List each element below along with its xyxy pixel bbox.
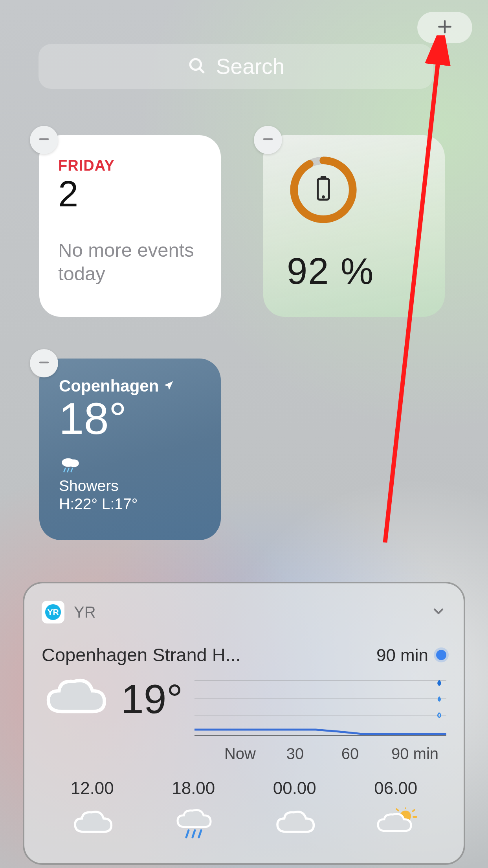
svg-line-16	[64, 468, 66, 472]
yr-hour-col: 12.00	[71, 778, 114, 840]
search-icon	[187, 56, 207, 77]
weather-location-row: Copenhagen	[59, 377, 205, 395]
remove-widget-button[interactable]	[30, 126, 58, 154]
collapse-button[interactable]	[431, 603, 446, 621]
yr-app-name: YR	[74, 603, 96, 621]
weather-temperature: 18°	[59, 396, 205, 441]
yr-hour-time: 18.00	[172, 778, 215, 798]
yr-hour-time: 06.00	[374, 778, 417, 798]
yr-hour-col: 18.00	[172, 778, 215, 840]
weather-condition: Showers	[59, 477, 205, 495]
svg-line-28	[413, 810, 415, 811]
svg-line-23	[186, 830, 189, 837]
minus-icon	[37, 132, 51, 147]
yr-xaxis-label: 30	[273, 745, 317, 763]
yr-range-label: 90 min	[376, 645, 428, 665]
cloud-icon	[42, 673, 108, 725]
calendar-events-text: No more events today	[58, 239, 202, 286]
battery-percent: 92 %	[287, 250, 429, 292]
plus-icon	[436, 18, 453, 37]
yr-xaxis-label: Now	[218, 745, 262, 763]
svg-point-12	[322, 195, 325, 199]
weather-condition-icon	[59, 455, 205, 476]
cloud-icon	[71, 807, 114, 840]
yr-xaxis-label: 90 min	[383, 745, 446, 763]
yr-app-icon: YR	[42, 601, 64, 623]
svg-line-17	[68, 468, 69, 472]
calendar-widget[interactable]: FRIDAY 2 No more events today	[39, 135, 221, 317]
yr-hour-col: 06.00	[374, 778, 417, 840]
svg-line-5	[200, 68, 204, 72]
yr-hour-col: 00.00	[273, 778, 316, 840]
yr-widget[interactable]: YR YR Copenhagen Strand H... 90 min 19°	[23, 582, 465, 865]
minus-icon	[261, 132, 275, 147]
search-placeholder: Search	[216, 54, 284, 79]
yr-hour-time: 12.00	[71, 778, 114, 798]
cloud-sun-icon	[374, 807, 417, 840]
minus-icon	[37, 356, 51, 371]
chevron-down-icon	[431, 614, 446, 620]
yr-hour-time: 00.00	[273, 778, 316, 798]
yr-precipitation-chart	[194, 673, 446, 747]
location-arrow-icon	[163, 377, 174, 395]
svg-line-25	[199, 830, 201, 837]
remove-widget-button[interactable]	[254, 126, 282, 154]
cloud-rain-icon	[172, 807, 215, 840]
weather-location: Copenhagen	[59, 377, 159, 395]
yr-live-indicator	[436, 650, 446, 660]
search-bar[interactable]: Search	[39, 44, 433, 89]
yr-xaxis-label: 60	[328, 745, 372, 763]
svg-line-30	[396, 809, 398, 811]
yr-hourly-forecast: 12.00 18.00 00.00 06.00	[42, 778, 446, 840]
cloud-icon	[273, 807, 316, 840]
battery-ring	[288, 155, 358, 225]
remove-widget-button[interactable]	[30, 349, 58, 377]
yr-location: Copenhagen Strand H...	[42, 644, 241, 666]
battery-widget[interactable]: 92 %	[263, 135, 445, 317]
svg-rect-11	[321, 176, 326, 178]
weather-high-low: H:22° L:17°	[59, 495, 205, 513]
svg-point-9	[294, 160, 353, 219]
weather-widget[interactable]: Copenhagen 18° Showers H:22° L:17°	[39, 359, 221, 540]
add-widget-button[interactable]	[417, 12, 472, 43]
calendar-day-name: FRIDAY	[58, 157, 202, 174]
yr-chart-xaxis: Now 30 60 90 min	[218, 745, 446, 763]
yr-temperature: 19°	[121, 676, 183, 723]
svg-line-18	[71, 468, 73, 472]
svg-line-24	[193, 830, 195, 837]
calendar-day-number: 2	[58, 176, 202, 212]
svg-point-15	[69, 459, 79, 467]
